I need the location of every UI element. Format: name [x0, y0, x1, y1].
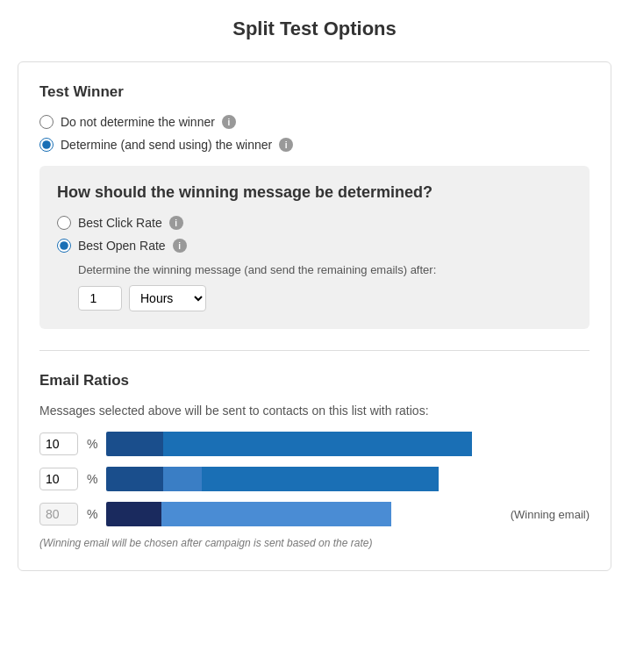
determine-winner-option[interactable]: Determine (and send using) the winner i — [39, 138, 590, 152]
ratio-row-3: % (Winning email) — [39, 502, 590, 526]
test-winner-title: Test Winner — [39, 83, 590, 101]
winning-method-radio-group: Best Click Rate i Best Open Rate i — [57, 216, 572, 253]
ratio-input-2[interactable] — [39, 468, 78, 490]
no-winner-label: Do not determine the winner — [61, 115, 215, 129]
percent-label-3: % — [87, 507, 97, 521]
section-divider — [39, 350, 590, 351]
determine-winner-radio[interactable] — [39, 138, 54, 152]
percent-label-2: % — [87, 472, 97, 486]
page-container: Split Test Options Test Winner Do not de… — [18, 18, 611, 654]
email-ratios-title: Email Ratios — [39, 372, 590, 390]
bar-2-medium — [163, 467, 201, 491]
bar-1 — [106, 432, 581, 456]
best-click-option[interactable]: Best Click Rate i — [57, 216, 572, 230]
ratio-row-2: % — [39, 467, 590, 491]
best-click-label: Best Click Rate — [78, 216, 162, 230]
page-title: Split Test Options — [18, 18, 611, 40]
time-input-row: Hours Minutes Days — [78, 285, 572, 311]
bar-2-dark — [106, 467, 163, 491]
bar-2 — [106, 467, 581, 491]
main-card: Test Winner Do not determine the winner … — [18, 61, 611, 571]
no-winner-option[interactable]: Do not determine the winner i — [39, 115, 590, 129]
sub-card-title: How should the winning message be determ… — [57, 183, 572, 202]
winning-method-sub-card: How should the winning message be determ… — [39, 166, 590, 329]
best-open-option[interactable]: Best Open Rate i — [57, 239, 572, 253]
best-open-label: Best Open Rate — [78, 239, 166, 253]
test-winner-radio-group: Do not determine the winner i Determine … — [39, 115, 590, 152]
ratio-input-1[interactable] — [39, 433, 78, 455]
bar-1-light — [163, 432, 471, 456]
bar-3 — [106, 502, 501, 526]
ratios-description: Messages selected above will be sent to … — [39, 404, 590, 418]
determine-after-text: Determine the winning message (and send … — [78, 263, 572, 276]
determine-winner-label: Determine (and send using) the winner — [61, 138, 272, 152]
bar-2-light — [202, 467, 439, 491]
time-unit-select[interactable]: Hours Minutes Days — [129, 285, 206, 311]
ratio-row-1: % — [39, 432, 590, 456]
test-winner-section: Test Winner Do not determine the winner … — [39, 83, 590, 329]
bar-1-dark — [106, 432, 163, 456]
winning-label-3: (Winning email) — [511, 508, 590, 521]
best-click-info-icon[interactable]: i — [169, 216, 183, 230]
bar-3-dark — [106, 502, 161, 526]
determine-winner-info-icon[interactable]: i — [279, 138, 293, 152]
bar-3-light — [161, 502, 390, 526]
ratio-input-3 — [39, 503, 78, 525]
best-click-radio[interactable] — [57, 216, 71, 230]
best-open-radio[interactable] — [57, 239, 71, 253]
best-open-info-icon[interactable]: i — [173, 239, 187, 253]
winning-note: (Winning email will be chosen after camp… — [39, 537, 590, 549]
time-value-input[interactable] — [78, 286, 122, 311]
email-ratios-section: Email Ratios Messages selected above wil… — [39, 372, 590, 549]
no-winner-info-icon[interactable]: i — [222, 115, 236, 129]
no-winner-radio[interactable] — [39, 115, 54, 129]
percent-label-1: % — [87, 437, 97, 451]
